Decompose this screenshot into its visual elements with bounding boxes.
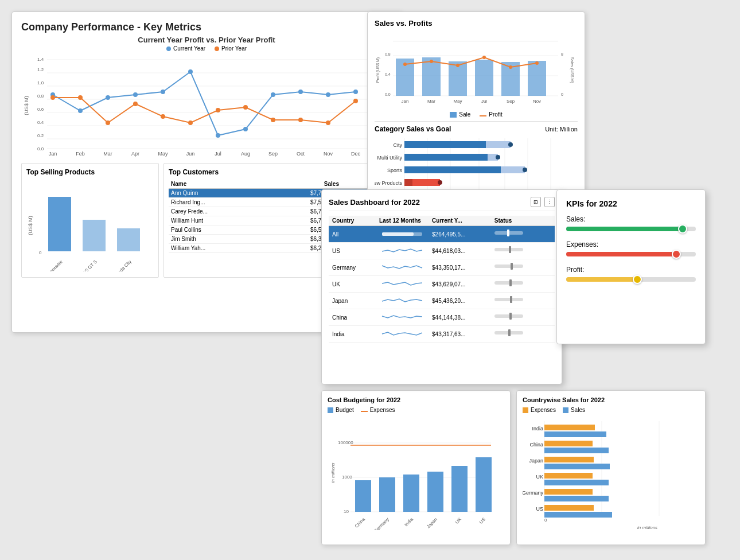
top-selling-title: Top Selling Products [26,168,154,176]
kpi-expenses-knob[interactable] [672,250,681,259]
goal-dot-city [508,142,513,147]
right-top-panel: Sales vs. Profits Profit (US$ M) Sales (… [367,11,585,218]
country-us: US [329,243,376,259]
top-customers-title: Top Customers [169,168,387,176]
countrywise-legend: Expenses Sales [523,407,699,413]
svg-text:Oct: Oct [297,151,305,157]
svg-text:8: 8 [561,52,563,56]
sales-table: Country Last 12 Months Current Y... Stat… [329,216,555,343]
sales-row-uk[interactable]: UK $43,629,07... [329,276,555,293]
hbar-uk-exp [544,473,593,479]
hbar-japan-exp [544,457,594,462]
kpi-expenses-label: Expenses: [566,240,696,248]
svg-rect-87 [494,265,523,268]
line-chart-section: Current Year Profit vs. Prior Year Profi… [21,36,392,158]
py-dot-5 [161,114,165,119]
svg-text:100000: 100000 [338,440,353,445]
sales-row-india[interactable]: India $43,317,63... [329,326,555,343]
goal-dot-multiutility [496,155,500,160]
svg-text:0.2: 0.2 [37,133,44,138]
sales-row-all[interactable]: All $264,495,5... [329,226,555,243]
sales-row-japan[interactable]: Japan $45,436,20... [329,293,555,309]
country-china: China [329,309,376,326]
svg-text:US: US [478,517,486,525]
legend-profit-label: Profit [489,111,502,118]
svg-text:City: City [394,142,403,148]
cat-unit: Unit: Million [545,126,578,133]
countrywise-title: Countrywise Sales for 2022 [523,396,699,403]
hbar-germany-exp [544,489,593,495]
goal-dot-sports [523,168,527,172]
hbar-us-sales [544,512,612,518]
sales-row-us[interactable]: US $44,618,03... [329,243,555,259]
cy-dot-10 [298,90,303,94]
svg-text:UK: UK [536,474,543,480]
svg-text:May: May [158,151,168,157]
svg-text:10: 10 [344,509,349,514]
svg-text:Aug: Aug [241,151,250,157]
kpi-sales-slider[interactable] [566,227,696,234]
svg-text:0: 0 [39,250,42,255]
legend-sales-cw-box [563,407,568,413]
legend-budget-label: Budget [336,407,354,413]
top-selling-section: Top Selling Products (US$ M) 0 Lamborghi… [21,163,159,278]
svp-title: Sales vs. Profits [375,19,578,28]
kpi-profit-slider[interactable] [566,277,696,284]
svg-text:in millions: in millions [330,462,336,483]
hbar-india-sales [544,431,606,437]
cy-china: $44,144,38... [429,309,491,326]
py-dot-6 [188,120,193,125]
svg-rect-48 [475,60,493,96]
svg-text:0.4: 0.4 [37,120,44,125]
svg-rect-84 [507,230,509,236]
sales-vs-profits-section: Sales vs. Profits Profit (US$ M) Sales (… [375,19,578,118]
kpi-panel: KPIs for 2022 Sales: Expenses: Profit: [556,189,706,344]
category-sales-section: Category Sales vs Goal Unit: Million 0 2… [375,125,578,200]
legend-sale: Sale [450,111,470,118]
svg-text:Mar: Mar [103,151,112,157]
kpi-sales-fill [566,227,683,231]
status-japan [491,293,555,309]
svg-text:Nov: Nov [324,151,333,157]
svg-text:Germany: Germany [523,490,543,496]
kpi-sales-knob[interactable] [678,224,687,234]
hbar-us-exp [544,505,594,511]
cy-dot-4 [133,92,138,97]
sales-header-row: Country Last 12 Months Current Y... Stat… [329,216,555,226]
svg-rect-92 [510,296,512,303]
bar-lamborghini [48,197,71,251]
cy-uk: $43,629,07... [429,276,491,293]
legend-expenses-line [361,411,368,412]
py-dot-10 [298,118,303,122]
cy-dot-11 [326,92,330,97]
status-all [491,226,555,243]
sales-dashboard-panel: Sales Dashboard for 2022 ⊡ ⋮ Country Las… [321,189,562,384]
top-selling-chart: (US$ M) 0 Lamborghini Aventador Mercedes… [26,180,153,271]
sales-row-china[interactable]: China $44,144,38... [329,309,555,326]
status-india [491,326,555,343]
country-india: India [329,326,376,343]
svg-rect-91 [494,298,523,301]
svg-text:0.0: 0.0 [385,92,391,96]
kpi-profit-label: Profit: [566,266,696,274]
svg-text:New Products: New Products [375,180,402,186]
sales-row-germany[interactable]: Germany $43,350,17... [329,259,555,276]
legend-expenses-cost: Expenses [361,407,395,413]
svg-point-53 [456,64,459,67]
kpi-expenses-slider[interactable] [566,252,696,259]
kpi-profit-knob[interactable] [633,275,642,284]
svg-rect-89 [494,281,523,285]
sales-panel-title: Sales Dashboard for 2022 [329,198,420,207]
kpi-profit-fill [566,277,637,282]
svg-text:in millions: in millions [637,525,657,530]
countrywise-chart: in millions 0 India China Japan UK Germa… [523,415,695,530]
actual-sports [404,166,501,173]
cy-germany: $43,350,17... [429,259,491,276]
sparkline-uk [376,276,429,293]
svg-text:1000: 1000 [342,475,352,480]
svg-text:0.6: 0.6 [37,107,44,112]
menu-icon[interactable]: ⋮ [544,197,555,207]
expand-icon[interactable]: ⊡ [531,197,541,207]
kpi-title: KPIs for 2022 [566,199,696,208]
svg-text:Lamborghini Aventador: Lamborghini Aventador [27,259,64,271]
